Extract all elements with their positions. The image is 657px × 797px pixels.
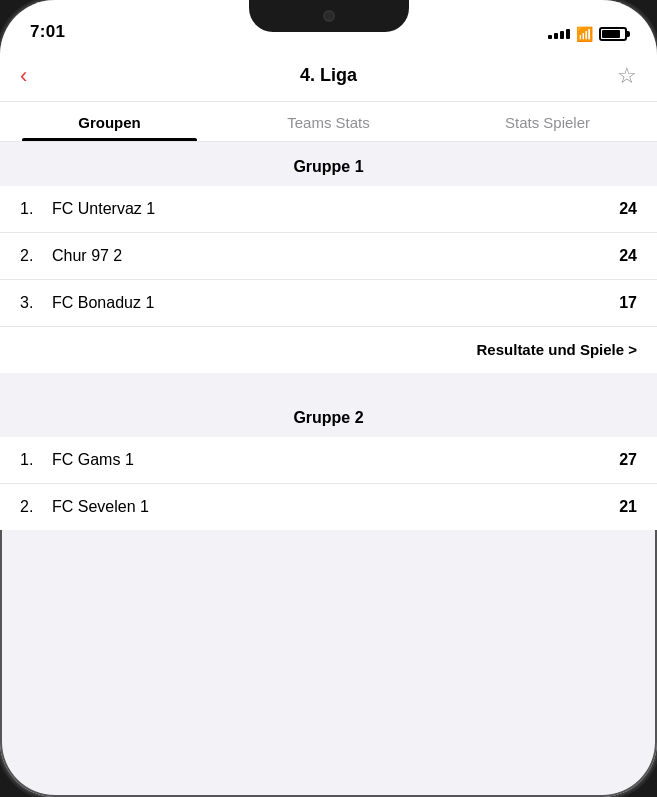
list-item[interactable]: 1. FC Gams 1 27 [0,437,657,484]
notch [249,0,409,32]
status-time: 7:01 [30,22,65,42]
results-link-1[interactable]: Resultate und Spiele > [0,326,657,373]
list-item[interactable]: 1. FC Untervaz 1 24 [0,186,657,233]
nav-header: ‹ 4. Liga ☆ [0,50,657,102]
tab-teams-stats[interactable]: Teams Stats [219,102,438,141]
battery-icon [599,27,627,41]
gruppe-1-list: 1. FC Untervaz 1 24 2. Chur 97 2 24 3. F… [0,186,657,326]
tab-groupen[interactable]: Groupen [0,102,219,141]
signal-icon [548,29,570,39]
page-title: 4. Liga [300,65,357,86]
list-item[interactable]: 3. FC Bonaduz 1 17 [0,280,657,326]
section-separator [0,373,657,393]
status-bar: 7:01 📶 [0,0,657,50]
wifi-icon: 📶 [576,26,593,42]
gruppe-2-header: Gruppe 2 [0,393,657,437]
list-item[interactable]: 2. FC Sevelen 1 21 [0,484,657,530]
list-item[interactable]: 2. Chur 97 2 24 [0,233,657,280]
camera [323,10,335,22]
gruppe-1-header: Gruppe 1 [0,142,657,186]
status-icons: 📶 [548,26,627,42]
back-button[interactable]: ‹ [20,61,35,91]
gruppe-2-list: 1. FC Gams 1 27 2. FC Sevelen 1 21 [0,437,657,530]
phone-frame: 7:01 📶 ‹ 4. Liga ☆ Groupen Teams Stats [0,0,657,797]
favorite-button[interactable]: ☆ [617,63,637,89]
tab-bar: Groupen Teams Stats Stats Spieler [0,102,657,142]
main-content: Gruppe 1 1. FC Untervaz 1 24 2. Chur 97 … [0,142,657,530]
tab-stats-spieler[interactable]: Stats Spieler [438,102,657,141]
